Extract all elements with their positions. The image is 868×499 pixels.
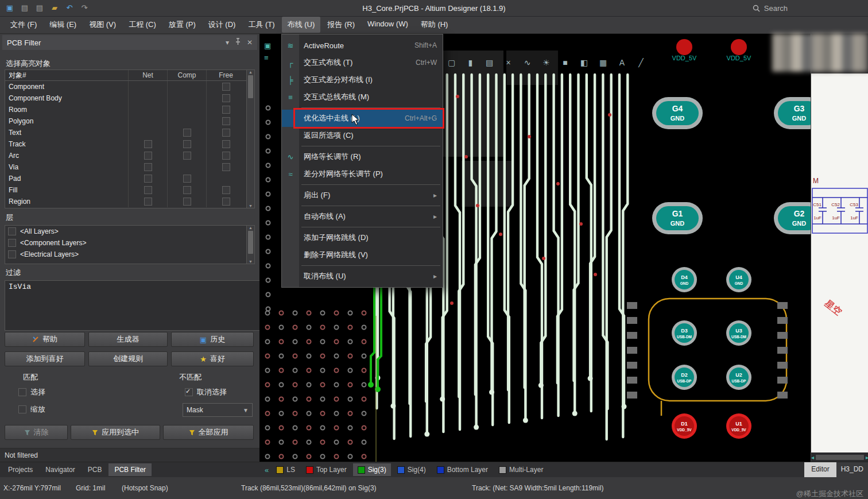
route-menu-item[interactable]: 删除子网络跳线 (V) [282, 246, 443, 264]
pin-icon[interactable] [235, 38, 241, 47]
net-checkbox[interactable] [144, 152, 152, 160]
route-menu-item[interactable]: 自动布线 (A)▸ [282, 208, 443, 225]
histogram-icon[interactable]: ▮ [463, 56, 478, 69]
zoom-checkbox[interactable] [18, 405, 26, 413]
object-type-row[interactable]: Text [5, 127, 254, 138]
panel-tab-pcb[interactable]: PCB [82, 463, 108, 476]
schematic-sheet[interactable]: M C511uFC521uFC531uF 星空 [811, 74, 868, 452]
route-menu-item[interactable]: ≋ActiveRouteShift+A [282, 37, 443, 54]
close-icon[interactable]: ✕ [247, 38, 253, 47]
route-menu-item[interactable]: 返回所选项 (C) [282, 127, 443, 144]
line-tool-icon[interactable]: ╱ [634, 56, 648, 69]
highlight-bulb-icon[interactable]: ☀ [539, 56, 553, 69]
grid-icon[interactable]: ▦ [596, 56, 610, 69]
route-menu-item[interactable]: ≈差分对网络等长调节 (P) [282, 165, 443, 183]
menubar-item[interactable]: 视图 (V) [83, 17, 122, 33]
menubar-item[interactable]: 布线 (U) [282, 17, 321, 33]
object-type-row[interactable]: Track [5, 138, 254, 150]
fill-icon[interactable]: ■ [558, 56, 572, 69]
zoom-checkbox-row[interactable]: 缩放 [18, 404, 45, 415]
object-type-row[interactable]: Pad [5, 173, 254, 184]
route-menu-item[interactable]: 添加子网络跳线 (D) [282, 229, 443, 246]
undo-icon[interactable]: ↶ [64, 2, 75, 14]
panel-tab-pcb-filter[interactable]: PCB Filter [108, 463, 152, 476]
object-type-row[interactable]: Arc [5, 150, 254, 161]
filter-expression-input[interactable]: IsVia [5, 280, 262, 331]
object-type-row[interactable]: Fill [5, 184, 254, 196]
document-tab[interactable]: H3_DD [836, 462, 868, 477]
comp-checkbox[interactable] [183, 129, 191, 137]
route-menu-item[interactable]: ∿网络等长调节 (R) [282, 148, 443, 165]
deselect-checkbox[interactable] [185, 388, 193, 396]
redo-icon[interactable]: ↷ [79, 2, 90, 14]
free-checkbox[interactable] [222, 117, 230, 125]
menubar-item[interactable]: 工具 (T) [242, 17, 280, 33]
comp-checkbox[interactable] [183, 198, 191, 206]
object-type-row[interactable]: Component [5, 81, 254, 92]
scroll-up-icon[interactable]: ▲ [249, 70, 253, 74]
route-menu-item[interactable]: ╞交互式差分对布线 (I) [282, 71, 443, 88]
scroll-down-icon[interactable]: ▼ [249, 260, 253, 264]
route-menu-item[interactable]: ≡交互式总线布线 (M) [282, 88, 443, 106]
scroll-down-icon[interactable]: ▼ [249, 204, 253, 208]
text-tool-icon[interactable]: A [615, 56, 629, 69]
apply-all-button[interactable]: 全部应用 [163, 425, 254, 440]
layer-checkbox[interactable] [8, 250, 16, 258]
search-box[interactable]: Search [753, 4, 788, 13]
scroll-right-icon[interactable]: ▸ [866, 454, 868, 461]
add-to-favorites-button[interactable]: 添加到喜好 [5, 351, 85, 366]
comp-checkbox[interactable] [183, 186, 191, 194]
mask-dropdown[interactable]: Mask ▼ [183, 403, 253, 417]
builder-button[interactable]: 生成器 [88, 332, 168, 347]
layer-tab[interactable]: Top Layer [301, 463, 351, 476]
free-checkbox[interactable] [222, 163, 230, 171]
route-cross-icon[interactable]: × [501, 56, 516, 69]
free-checkbox[interactable] [222, 83, 230, 91]
apply-to-selected-button[interactable]: 应用到选中 [71, 425, 160, 440]
schematic-preview-panel[interactable]: M C511uFC521uFC531uF 星空 ◂▸ [811, 33, 868, 462]
layer-list-item[interactable]: <Component Layers> [5, 237, 254, 249]
net-checkbox[interactable] [144, 186, 152, 194]
menubar-item[interactable]: 工程 (C) [123, 17, 162, 33]
layer-tab[interactable]: Sig(4) [393, 463, 431, 476]
length-tuning-icon[interactable]: ∿ [520, 56, 534, 69]
free-checkbox[interactable] [222, 186, 230, 194]
list-icon[interactable]: ≡ [264, 53, 271, 62]
layer-list-item[interactable]: <All Layers> [5, 226, 254, 237]
select-area-icon[interactable]: ▢ [444, 56, 459, 69]
power-pad[interactable] [676, 39, 692, 55]
select-checkbox-row[interactable]: 选择 [18, 387, 45, 397]
menubar-item[interactable]: 报告 (R) [321, 17, 361, 33]
comp-checkbox[interactable] [183, 152, 191, 160]
deselect-checkbox-row[interactable]: 取消选择 [185, 387, 227, 397]
layer-stack-icon[interactable]: ▤ [482, 56, 497, 69]
layer-tab[interactable]: Bottom Layer [432, 463, 493, 476]
layer-tab[interactable]: Multi-Layer [494, 463, 548, 476]
menubar-item[interactable]: 编辑 (E) [44, 17, 82, 33]
horizontal-scrollbar[interactable]: ◂▸ [811, 452, 868, 462]
free-checkbox[interactable] [222, 94, 230, 102]
menubar-item[interactable]: 帮助 (H) [415, 17, 454, 33]
net-checkbox[interactable] [144, 140, 152, 148]
history-button[interactable]: ▣ 历史 [171, 332, 254, 347]
object-type-row[interactable]: Room [5, 104, 254, 115]
scroll-up-icon[interactable]: ▲ [249, 226, 253, 230]
save-all-icon[interactable]: ▤ [20, 2, 30, 14]
layer-list-item[interactable]: <Electrical Layers> [5, 249, 254, 260]
favorites-button[interactable]: ★ 喜好 [171, 351, 254, 366]
free-checkbox[interactable] [222, 106, 230, 114]
layers-scrollbar[interactable]: ▲▼ [246, 226, 254, 264]
menubar-item[interactable]: 设计 (D) [203, 17, 242, 33]
create-rule-button[interactable]: 创建规则 [88, 351, 168, 366]
panel-dropdown-icon[interactable]: ▾ [226, 38, 229, 47]
route-menu-item[interactable]: 扇出 (F)▸ [282, 187, 443, 204]
select-checkbox[interactable] [18, 388, 26, 396]
panel-access-icon[interactable]: ▣ [264, 41, 271, 50]
layer-checkbox[interactable] [8, 227, 16, 235]
save-icon[interactable]: ▣ [5, 2, 15, 14]
net-checkbox[interactable] [144, 175, 152, 183]
layer-tab[interactable]: Sig(3) [353, 463, 391, 476]
layer-checkbox[interactable] [8, 239, 16, 247]
free-checkbox[interactable] [222, 198, 230, 206]
object-table-scrollbar[interactable]: ▲▼ [246, 70, 254, 208]
